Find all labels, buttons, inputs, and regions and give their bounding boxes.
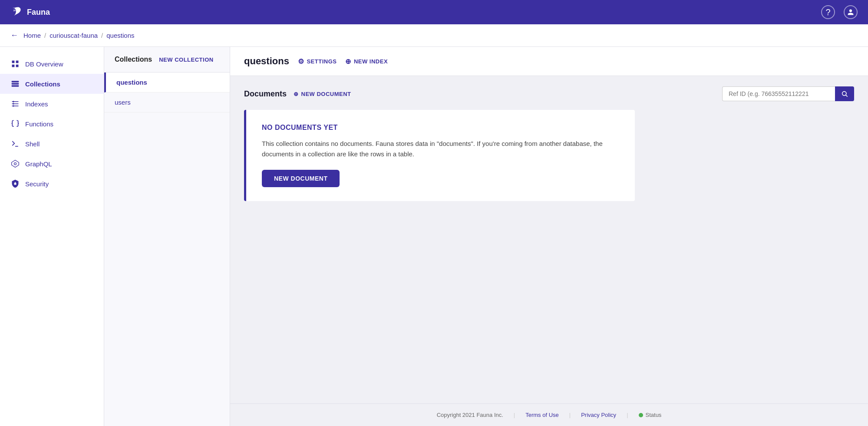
search-row [722,86,854,101]
breadcrumb-home[interactable]: Home [23,32,41,39]
settings-gear-icon: ⚙ [298,57,304,66]
empty-state-description: This collection contains no documents. F… [262,139,619,159]
nav-icons: ? [821,5,858,19]
content-header: questions ⚙ SETTINGS ⊕ NEW INDEX [230,47,868,76]
svg-rect-0 [12,81,19,82]
search-button[interactable] [835,86,854,101]
new-collection-button[interactable]: NEW COLLECTION [159,56,213,63]
sidebar-label-graphql: GraphQL [25,160,52,168]
svg-line-11 [846,95,848,97]
functions-icon [10,119,20,129]
terms-of-use-link[interactable]: Terms of Use [525,412,559,418]
footer-sep-2: | [569,412,571,418]
sidebar-item-security[interactable]: Security [0,174,104,194]
settings-action[interactable]: ⚙ SETTINGS [298,57,337,66]
svg-point-5 [13,105,14,106]
svg-point-10 [842,92,846,96]
breadcrumb-bar: ← Home / curiouscat-fauna / questions [0,24,868,47]
svg-rect-2 [12,85,19,86]
privacy-policy-link[interactable]: Privacy Policy [581,412,616,418]
documents-title-row: Documents ⊕ NEW DOCUMENT [244,89,351,99]
shell-icon [10,139,20,149]
sidebar-item-db-overview[interactable]: DB Overview [0,54,104,74]
sidebar-label-indexes: Indexes [25,100,48,108]
new-index-plus-icon: ⊕ [345,57,351,66]
logo[interactable]: Fauna [10,6,50,18]
sidebar-label-functions: Functions [25,120,53,128]
user-avatar-icon [847,9,854,16]
svg-point-4 [13,103,14,104]
security-icon [10,179,20,188]
empty-state: NO DOCUMENTS YET This collection contain… [244,110,635,201]
graphql-icon [10,159,20,168]
back-button[interactable]: ← [10,31,18,40]
content-area: questions ⚙ SETTINGS ⊕ NEW INDEX Documen… [230,47,868,426]
nav-left: Fauna [10,6,50,18]
top-navigation: Fauna ? [0,0,868,24]
collection-item-users[interactable]: users [104,92,230,112]
sidebar-item-graphql[interactable]: GraphQL [0,154,104,174]
svg-point-9 [15,182,16,183]
search-icon [841,90,848,97]
breadcrumb-db[interactable]: curiouscat-fauna [50,32,98,39]
footer-copyright: Copyright 2021 Fauna Inc. [437,412,503,418]
new-document-header-button[interactable]: ⊕ NEW DOCUMENT [294,91,351,97]
collections-icon [10,79,20,89]
breadcrumb-collection[interactable]: questions [106,32,134,39]
sidebar-label-security: Security [25,180,49,188]
breadcrumb-sep-2: / [101,32,103,39]
main-layout: DB Overview Collections I [0,47,868,426]
documents-header: Documents ⊕ NEW DOCUMENT [244,86,854,101]
new-document-primary-button[interactable]: NEW DOCUMENT [262,170,340,187]
status-indicator[interactable]: Status [639,412,662,418]
new-index-action[interactable]: ⊕ NEW INDEX [345,57,388,66]
sidebar: DB Overview Collections I [0,47,104,426]
svg-rect-1 [12,83,19,84]
documents-title: Documents [244,89,287,99]
user-icon[interactable] [844,5,858,19]
empty-state-title: NO DOCUMENTS YET [262,124,619,132]
indexes-icon [10,99,20,109]
status-dot-icon [639,413,643,417]
new-doc-plus-icon: ⊕ [294,91,299,97]
sidebar-item-shell[interactable]: Shell [0,134,104,154]
collection-title: questions [244,56,289,67]
db-overview-icon [10,59,20,69]
help-icon[interactable]: ? [821,5,835,19]
fauna-bird-icon [10,6,23,18]
collections-panel-title: Collections [115,56,152,63]
sidebar-item-collections[interactable]: Collections [0,74,104,94]
footer-sep-1: | [514,412,515,418]
sidebar-label-shell: Shell [25,140,40,148]
footer: Copyright 2021 Fauna Inc. | Terms of Use… [230,403,868,426]
sidebar-item-indexes[interactable]: Indexes [0,94,104,114]
sidebar-label-db-overview: DB Overview [25,60,63,68]
collections-panel: Collections NEW COLLECTION questions use… [104,47,230,426]
sidebar-item-functions[interactable]: Functions [0,114,104,134]
svg-marker-7 [12,160,19,168]
svg-point-3 [13,101,14,102]
breadcrumb: Home / curiouscat-fauna / questions [23,32,134,39]
documents-section: Documents ⊕ NEW DOCUMENT [230,76,868,403]
collection-item-questions[interactable]: questions [104,73,230,92]
sidebar-label-collections: Collections [25,80,60,88]
svg-point-8 [14,163,17,165]
ref-id-search-input[interactable] [722,86,835,101]
collections-header: Collections NEW COLLECTION [104,47,230,73]
breadcrumb-sep-1: / [44,32,46,39]
status-label: Status [646,412,662,418]
footer-sep-3: | [627,412,628,418]
